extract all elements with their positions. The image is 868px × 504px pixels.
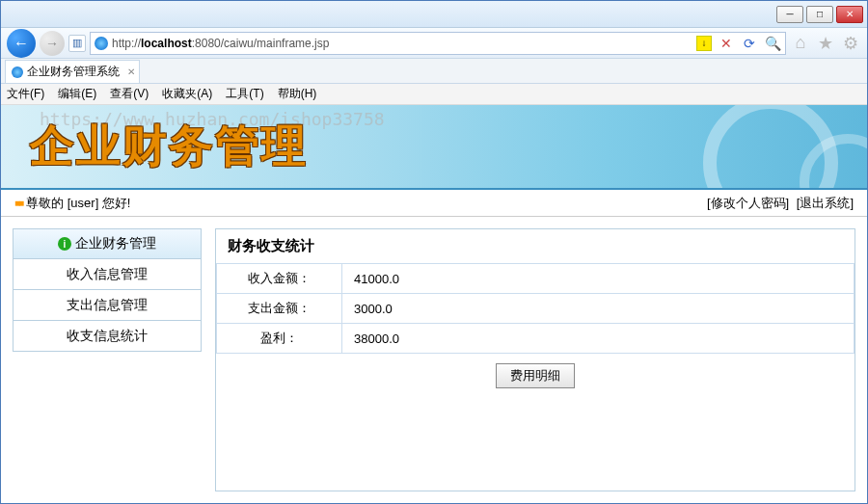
menu-tools[interactable]: 工具(T)	[226, 86, 263, 102]
change-password-link[interactable]: [修改个人密码]	[707, 196, 789, 210]
table-row: 支出金额：3000.0	[217, 294, 854, 324]
ie-menubar: 文件(F) 编辑(E) 查看(V) 收藏夹(A) 工具(T) 帮助(H)	[1, 84, 867, 105]
ie-icon	[95, 37, 108, 50]
minimize-button[interactable]: ─	[776, 6, 803, 23]
table-row: 收入金额：41000.0	[217, 264, 854, 294]
bullet-icon: ■■	[14, 198, 22, 208]
profit-label: 盈利：	[217, 324, 342, 354]
sidebar-item-income[interactable]: 收入信息管理	[13, 259, 202, 290]
table-row: 盈利：38000.0	[217, 324, 854, 354]
greeting: 尊敬的 [user] 您好!	[26, 195, 130, 212]
home-icon[interactable]: ⌂	[790, 33, 811, 54]
back-button[interactable]: ←	[7, 29, 36, 58]
search-icon[interactable]: 🔍	[764, 35, 781, 52]
menu-favorites[interactable]: 收藏夹(A)	[162, 86, 212, 102]
income-label: 收入金额：	[217, 264, 342, 294]
tab-title: 企业财务管理系统	[27, 64, 120, 80]
menu-edit[interactable]: 编辑(E)	[58, 86, 96, 102]
sidebar-item-expense[interactable]: 支出信息管理	[13, 290, 202, 321]
sidebar: i 企业财务管理 收入信息管理 支出信息管理 收支信息统计	[13, 228, 202, 491]
compat-icon[interactable]: ↓	[696, 36, 712, 51]
profit-value: 38000.0	[342, 324, 854, 354]
menu-view[interactable]: 查看(V)	[110, 86, 149, 102]
sidebar-item-label: 企业财务管理	[75, 235, 156, 252]
tab-favicon-icon	[12, 66, 23, 78]
user-bar: ■■ 尊敬的 [user] 您好! [修改个人密码] [退出系统]	[1, 190, 867, 217]
menu-help[interactable]: 帮助(H)	[278, 86, 317, 102]
settings-gear-icon[interactable]: ⚙	[840, 33, 861, 54]
tab-close-icon[interactable]: ✕	[127, 66, 135, 77]
content-area: i 企业财务管理 收入信息管理 支出信息管理 收支信息统计 财务收支统计 收入金…	[1, 217, 867, 503]
stop-icon[interactable]: ✕	[718, 35, 735, 52]
window-titlebar: ─ □ ✕	[1, 1, 867, 28]
url-text: http://localhost:8080/caiwu/mainframe.js…	[112, 37, 692, 50]
expense-label: 支出金额：	[217, 294, 342, 324]
address-bar[interactable]: http://localhost:8080/caiwu/mainframe.js…	[90, 32, 786, 55]
favorites-icon[interactable]: ★	[815, 33, 836, 54]
income-value: 41000.0	[342, 264, 854, 294]
info-icon: i	[58, 237, 71, 251]
logout-link[interactable]: [退出系统]	[797, 196, 854, 210]
browser-tab[interactable]: 企业财务管理系统 ✕	[5, 60, 140, 83]
banner-title: 企业财务管理	[30, 117, 308, 176]
stats-table: 收入金额：41000.0 支出金额：3000.0 盈利：38000.0	[216, 263, 854, 354]
security-shield-icon[interactable]: ▥	[68, 35, 86, 52]
browser-navbar: ← → ▥ http://localhost:8080/caiwu/mainfr…	[1, 28, 867, 59]
expense-value: 3000.0	[342, 294, 854, 324]
close-button[interactable]: ✕	[836, 6, 863, 23]
detail-button[interactable]: 费用明细	[496, 363, 575, 388]
tab-bar: 企业财务管理系统 ✕	[1, 59, 867, 84]
maximize-button[interactable]: □	[806, 6, 833, 23]
panel-title: 财务收支统计	[216, 229, 854, 263]
menu-file[interactable]: 文件(F)	[7, 86, 44, 102]
main-panel: 财务收支统计 收入金额：41000.0 支出金额：3000.0 盈利：38000…	[215, 228, 855, 491]
sidebar-item-finance-mgmt[interactable]: i 企业财务管理	[13, 228, 202, 259]
refresh-icon[interactable]: ⟳	[741, 35, 758, 52]
page-banner: https://www.huzhan.com/ishop33758 企业财务管理	[1, 105, 867, 190]
forward-button[interactable]: →	[40, 31, 65, 56]
sidebar-item-stats[interactable]: 收支信息统计	[13, 321, 202, 352]
